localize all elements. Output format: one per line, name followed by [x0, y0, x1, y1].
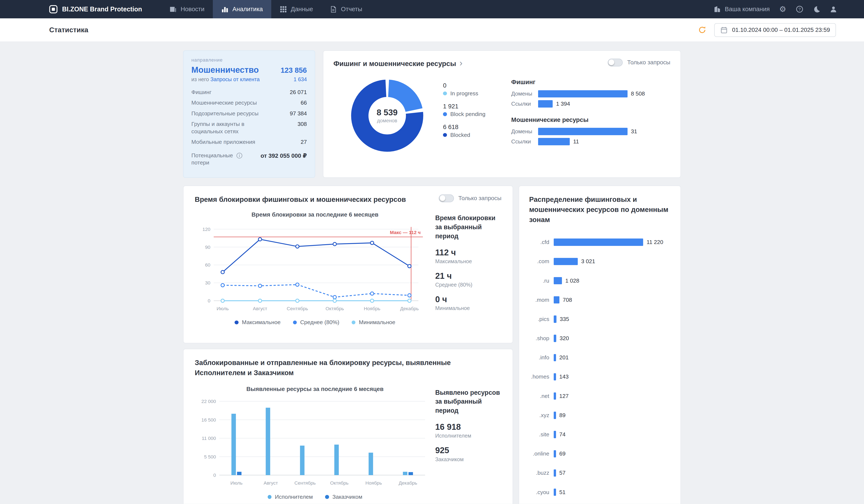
bar-row: Домены31 — [511, 128, 670, 135]
domain-zone-row: .online69 — [529, 444, 670, 463]
legend-item: Исполнителем — [268, 494, 313, 500]
dark-mode-moon-icon[interactable] — [813, 6, 820, 13]
donut-legend-item: 0In progress — [443, 82, 495, 97]
nav-tab-label: Аналитика — [232, 6, 263, 13]
page-title: Статистика — [49, 26, 88, 34]
subset-value: 1 634 — [293, 76, 307, 82]
legend-item: Заказчиком — [325, 494, 362, 500]
summary-row: Подозрительные ресурсы97 384 — [191, 110, 307, 117]
brand-name: BI.ZONE Brand Protection — [62, 5, 142, 13]
domain-zone-row: .com3 021 — [529, 252, 670, 271]
domain-zone-row: .net127 — [529, 386, 670, 406]
page-toolbar: Статистика 01.10.2024 00:00 – 01.01.2025… — [0, 19, 864, 42]
fraud-summary-card: направление Мошенничество 123 856 из нег… — [183, 50, 315, 178]
toggle-knob — [609, 59, 614, 65]
refresh-icon[interactable] — [698, 26, 706, 34]
client-requests-link[interactable]: Запросы от клиента — [210, 76, 260, 82]
date-range-value: 01.10.2024 00:00 – 01.01.2025 23:59 — [732, 26, 830, 33]
legend-dot — [443, 133, 447, 137]
news-icon — [169, 6, 177, 13]
date-range-picker[interactable]: 01.10.2024 00:00 – 01.01.2025 23:59 — [714, 23, 836, 37]
blocking-stats: Время блокировки за выбранный период 112… — [435, 205, 501, 318]
svg-text:30: 30 — [205, 280, 210, 286]
nav-tab-analytics[interactable]: Аналитика — [213, 0, 271, 19]
detected-resources-bar-chart: 05 50011 00016 50022 000ИюльАвгустСентяб… — [195, 394, 435, 490]
nav-tab-news[interactable]: Новости — [161, 0, 213, 19]
analytics-icon — [221, 6, 228, 13]
domain-zone-row: .cfd11 220 — [529, 232, 670, 252]
chevron-right-icon[interactable]: › — [459, 59, 463, 68]
data-grid-icon — [280, 6, 287, 13]
svg-text:120: 120 — [203, 227, 211, 232]
bar-group: Мошеннические ресурсыДомены31Ссылки11 — [511, 117, 670, 145]
stats-title: Время блокировки за выбранный период — [435, 213, 501, 240]
domains-donut-chart: 8 539 доменов — [348, 76, 426, 155]
main-content: направление Мошенничество 123 856 из нег… — [183, 50, 681, 504]
help-icon[interactable]: ? — [796, 5, 803, 13]
direction-total: 123 856 — [280, 66, 307, 74]
domain-zone-row: .cyou51 — [529, 483, 670, 502]
domain-zone-row: .pics335 — [529, 310, 670, 329]
svg-text:Сентябрь: Сентябрь — [287, 306, 308, 311]
legend-dot — [325, 495, 329, 499]
phishing-resources-card: Фишинг и мошеннические ресурсы › Только … — [323, 50, 681, 178]
summary-row: Мобильные приложения27 — [191, 138, 307, 145]
toggle-label: Только запросы — [627, 59, 670, 66]
detected-legend: ИсполнителемЗаказчиком — [195, 491, 435, 501]
nav-tab-data[interactable]: Данные — [271, 0, 322, 19]
info-icon[interactable] — [236, 152, 243, 159]
svg-text:5 500: 5 500 — [204, 454, 216, 459]
blocking-time-line-chart: 0306090120ИюльАвгустСентябрьОктябрьНоябр… — [195, 219, 435, 315]
company-name: Ваша компания — [725, 6, 770, 13]
svg-text:?: ? — [799, 7, 801, 12]
bar-row: Ссылки11 — [511, 138, 670, 145]
domain-zone-row: .homes143 — [529, 367, 670, 386]
bar-row: Домены8 508 — [511, 90, 670, 97]
potential-losses-row: Потенциальные потери от 392 055 000 ₽ — [191, 152, 307, 166]
svg-text:Август: Август — [264, 481, 278, 486]
svg-text:Макс — 112 ч: Макс — 112 ч — [390, 230, 421, 235]
user-profile-icon[interactable] — [830, 6, 837, 13]
chart-title: Время блокировки за последние 6 месяцев — [195, 211, 435, 218]
nav-tab-reports[interactable]: Отчеты — [322, 0, 371, 19]
domain-zone-row: .buzz57 — [529, 463, 670, 482]
only-requests-toggle[interactable]: Только запросы — [439, 194, 501, 202]
brand-logo[interactable]: BI.ZONE Brand Protection — [49, 0, 142, 19]
domain-zone-row: .shop320 — [529, 329, 670, 348]
toggle-knob — [440, 195, 445, 201]
settings-gear-icon[interactable]: ⚙ — [779, 5, 786, 13]
detected-stats: Выявлено ресурсов за выбранный период 16… — [435, 379, 501, 469]
svg-text:16 500: 16 500 — [202, 417, 216, 423]
svg-text:60: 60 — [205, 262, 210, 268]
direction-title: Мошенничество — [191, 65, 259, 75]
summary-rows: Фишинг26 071 Мошеннические ресурсы66 Под… — [191, 88, 307, 145]
svg-text:Июль: Июль — [230, 481, 242, 486]
calendar-icon — [720, 26, 728, 34]
svg-text:11 000: 11 000 — [202, 436, 216, 441]
card-title: Время блокировки фишинговых и мошенничес… — [195, 194, 406, 205]
svg-text:Ноябрь: Ноябрь — [364, 306, 380, 311]
bar-row: Ссылки1 394 — [511, 100, 670, 107]
domain-zone-row: .mom708 — [529, 290, 670, 310]
svg-text:Сентябрь: Сентябрь — [295, 481, 316, 486]
summary-row: Мошеннические ресурсы66 — [191, 99, 307, 106]
nav-tab-label: Отчеты — [341, 6, 362, 13]
top-navbar: BI.ZONE Brand Protection Новости Аналити… — [0, 0, 864, 19]
navbar-right: Ваша компания ⚙ ? — [713, 0, 837, 19]
svg-text:0: 0 — [208, 298, 211, 303]
legend-dot — [293, 321, 297, 325]
card-title: Распределение фишинговых и мошеннических… — [529, 194, 670, 225]
company-menu[interactable]: Ваша компания — [713, 6, 770, 13]
svg-text:Октябрь: Октябрь — [330, 481, 348, 486]
svg-text:Декабрь: Декабрь — [400, 306, 419, 311]
main-nav: Новости Аналитика Данные Отчеты — [161, 0, 371, 19]
bar-group: ФишингДомены8 508Ссылки1 394 — [511, 79, 670, 107]
subset-label: из него Запросы от клиента — [191, 76, 260, 82]
donut-legend-item: 6 618Blocked — [443, 123, 495, 138]
svg-text:22 000: 22 000 — [202, 399, 216, 404]
domain-zone-row: .ru1 028 — [529, 271, 670, 290]
losses-value: от 392 055 000 ₽ — [261, 152, 307, 159]
only-requests-toggle[interactable]: Только запросы — [608, 59, 670, 67]
donut-legend-item: 1 921Block pending — [443, 103, 495, 118]
bizone-logo-icon — [49, 5, 58, 13]
